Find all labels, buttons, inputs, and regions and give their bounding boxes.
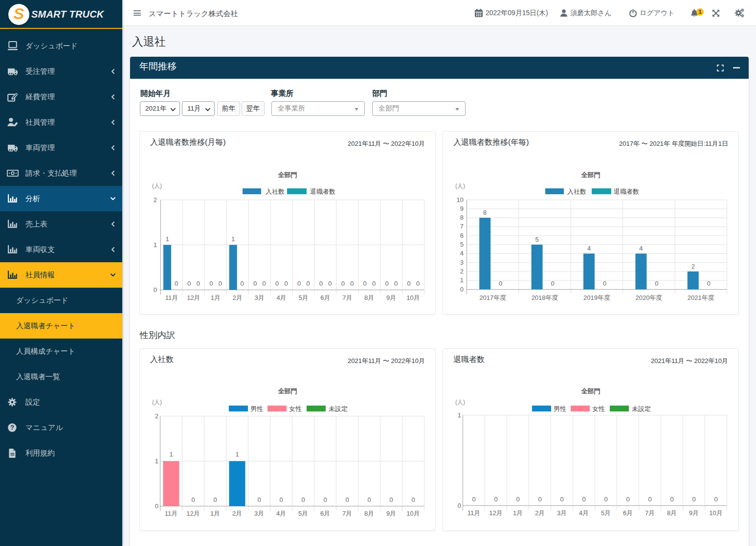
- svg-text:10月: 10月: [406, 510, 420, 517]
- svg-text:0: 0: [416, 280, 420, 287]
- svg-text:0: 0: [389, 496, 393, 503]
- svg-text:1: 1: [458, 411, 461, 419]
- svg-text:0: 0: [345, 496, 349, 503]
- svg-text:0: 0: [262, 280, 266, 287]
- svg-text:5月: 5月: [298, 510, 308, 517]
- svg-text:0: 0: [187, 280, 191, 287]
- svg-text:未設定: 未設定: [632, 405, 651, 412]
- svg-text:10月: 10月: [709, 509, 722, 517]
- svg-text:12月: 12月: [489, 509, 502, 517]
- svg-text:0: 0: [213, 496, 217, 503]
- svg-text:9月: 9月: [386, 510, 396, 517]
- svg-text:0: 0: [655, 280, 658, 287]
- svg-text:0: 0: [692, 496, 695, 503]
- svg-text:0: 0: [499, 280, 502, 287]
- svg-text:0: 0: [385, 280, 388, 287]
- svg-text:5: 5: [460, 241, 464, 248]
- svg-text:7: 7: [460, 223, 464, 230]
- svg-text:入社数: 入社数: [266, 188, 285, 195]
- svg-text:12月: 12月: [187, 294, 200, 301]
- svg-text:0: 0: [191, 496, 195, 503]
- svg-text:0: 0: [458, 502, 461, 509]
- svg-text:2: 2: [691, 263, 695, 270]
- svg-text:6月: 6月: [320, 510, 330, 517]
- svg-text:2018年度: 2018年度: [532, 294, 558, 301]
- svg-text:?: ?: [10, 424, 14, 431]
- svg-text:3月: 3月: [557, 509, 567, 517]
- svg-text:1: 1: [154, 241, 157, 249]
- svg-text:0: 0: [367, 496, 371, 503]
- svg-text:8月: 8月: [364, 510, 374, 517]
- svg-text:0: 0: [209, 280, 213, 287]
- svg-text:9: 9: [460, 205, 464, 212]
- svg-text:1: 1: [460, 276, 464, 284]
- svg-text:2: 2: [154, 196, 157, 204]
- svg-text:入社数: 入社数: [567, 188, 586, 195]
- svg-text:0: 0: [363, 280, 367, 287]
- svg-text:3: 3: [460, 259, 464, 266]
- svg-text:1: 1: [231, 235, 235, 243]
- svg-text:10月: 10月: [406, 294, 420, 301]
- svg-text:女性: 女性: [592, 405, 605, 412]
- svg-text:5: 5: [535, 236, 538, 243]
- svg-text:2021年度: 2021年度: [688, 294, 714, 301]
- svg-text:未設定: 未設定: [329, 405, 348, 412]
- svg-text:0: 0: [411, 496, 415, 503]
- svg-text:0: 0: [604, 496, 607, 503]
- svg-text:11月: 11月: [165, 294, 178, 301]
- svg-text:(人): (人): [455, 399, 465, 406]
- svg-text:2月: 2月: [232, 510, 242, 517]
- svg-text:0: 0: [603, 280, 606, 287]
- svg-text:8: 8: [483, 209, 487, 216]
- svg-text:0: 0: [279, 496, 283, 503]
- svg-text:男性: 男性: [250, 405, 263, 412]
- svg-text:2月: 2月: [233, 294, 243, 301]
- svg-text:0: 0: [707, 280, 711, 287]
- svg-text:0: 0: [319, 280, 323, 287]
- svg-text:3月: 3月: [254, 510, 264, 517]
- svg-text:0: 0: [516, 496, 519, 503]
- svg-text:全部門: 全部門: [278, 387, 297, 395]
- svg-text:0: 0: [155, 502, 158, 510]
- svg-text:0: 0: [582, 496, 585, 503]
- svg-text:0: 0: [472, 496, 475, 503]
- svg-text:0: 0: [284, 280, 288, 287]
- svg-text:8: 8: [460, 214, 464, 221]
- svg-text:1月: 1月: [513, 509, 523, 517]
- svg-text:0: 0: [494, 496, 497, 503]
- svg-text:0: 0: [648, 496, 651, 503]
- svg-text:3月: 3月: [254, 294, 264, 301]
- svg-text:9月: 9月: [689, 509, 699, 517]
- svg-text:12月: 12月: [186, 510, 200, 517]
- svg-text:2: 2: [460, 268, 464, 275]
- svg-text:4: 4: [587, 245, 591, 252]
- svg-text:2020年度: 2020年度: [635, 294, 662, 301]
- svg-text:全部門: 全部門: [278, 171, 297, 179]
- svg-text:0: 0: [306, 280, 310, 287]
- svg-text:0: 0: [253, 280, 257, 287]
- svg-text:0: 0: [323, 496, 327, 503]
- svg-text:9月: 9月: [386, 294, 396, 301]
- svg-text:(人): (人): [152, 182, 162, 189]
- svg-text:0: 0: [551, 280, 554, 287]
- svg-text:男性: 男性: [554, 405, 566, 412]
- svg-text:1月: 1月: [210, 510, 220, 517]
- svg-text:1: 1: [165, 235, 169, 243]
- svg-text:0: 0: [560, 496, 563, 503]
- svg-text:8月: 8月: [667, 509, 677, 517]
- svg-text:0: 0: [275, 280, 279, 287]
- svg-text:4月: 4月: [579, 509, 589, 517]
- svg-text:全部門: 全部門: [581, 387, 600, 395]
- svg-text:1月: 1月: [211, 294, 221, 301]
- svg-text:0: 0: [460, 286, 464, 293]
- svg-text:0: 0: [328, 280, 332, 287]
- svg-text:2017年度: 2017年度: [479, 294, 506, 301]
- svg-text:8月: 8月: [364, 294, 374, 301]
- svg-text:5月: 5月: [601, 509, 611, 517]
- svg-text:(人): (人): [152, 399, 162, 406]
- svg-text:1: 1: [155, 457, 158, 465]
- svg-text:0: 0: [301, 496, 305, 503]
- svg-text:0: 0: [241, 280, 244, 287]
- svg-text:6月: 6月: [623, 509, 633, 517]
- svg-text:0: 0: [670, 496, 673, 503]
